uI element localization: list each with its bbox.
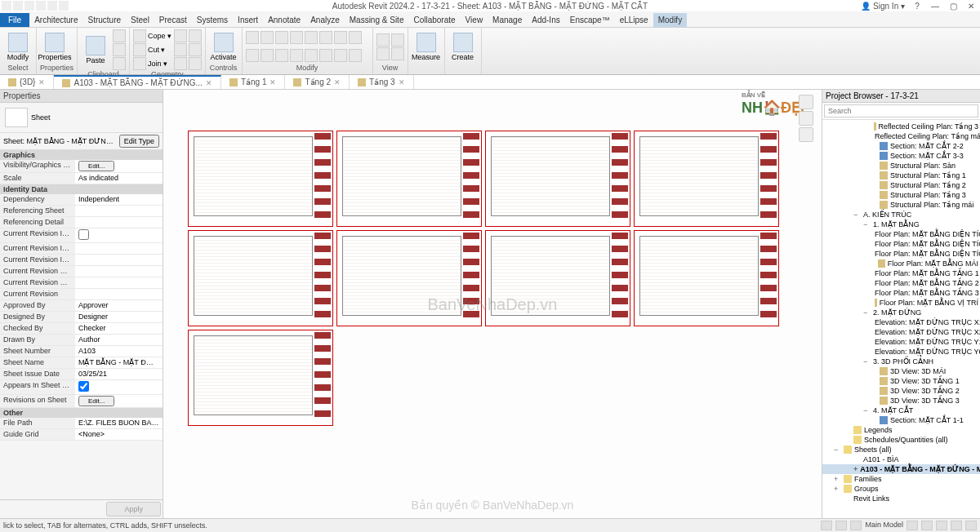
geo-icon[interactable]	[189, 29, 202, 42]
tree-item[interactable]: −4. MẶT CẮT	[822, 406, 980, 415]
ribbon-tab-systems[interactable]: Systems	[192, 13, 233, 27]
qat-icon[interactable]	[59, 1, 69, 11]
viewport[interactable]	[634, 230, 779, 326]
ribbon-tab-view[interactable]: View	[461, 13, 488, 27]
mod-icon[interactable]	[290, 31, 303, 44]
status-icon[interactable]	[951, 521, 962, 530]
property-row[interactable]: Current Revision Issued To	[0, 255, 163, 266]
document-tab[interactable]: Tầng 1✕	[221, 75, 286, 89]
help-icon[interactable]: ?	[911, 2, 923, 11]
tree-item[interactable]: +Groups	[822, 484, 980, 494]
status-icon[interactable]	[835, 521, 847, 530]
tree-item[interactable]: Structural Plan: Tầng 3	[822, 190, 980, 200]
instance-filter[interactable]: Sheet: MẶT BẰNG - MẶT ĐỨNG - MẶT C	[3, 137, 119, 145]
tree-item[interactable]: Reflected Ceiling Plan: Tầng mái	[822, 131, 980, 141]
tree-item[interactable]: −1. MẶT BẰNG	[822, 219, 980, 229]
tree-item[interactable]: Legends	[822, 425, 980, 435]
qat-icon[interactable]	[13, 1, 23, 11]
browser-search-input[interactable]	[824, 104, 978, 117]
measure-button[interactable]: Measure	[412, 33, 441, 61]
tree-item[interactable]: Floor Plan: MẶT BẰNG DIỆN TÍCH PHÒI	[822, 239, 980, 249]
ribbon-tab-manage[interactable]: Manage	[488, 13, 527, 27]
tree-item[interactable]: +Families	[822, 474, 980, 484]
tree-item[interactable]: Structural Plan: Tầng 1	[822, 171, 980, 180]
mod-icon[interactable]	[246, 49, 259, 62]
tree-item[interactable]: Structural Plan: Sàn	[822, 161, 980, 171]
tree-item[interactable]: −A. KIẾN TRÚC	[822, 210, 980, 219]
qat-icon[interactable]	[36, 1, 46, 11]
tree-item[interactable]: 3D View: 3D TẦNG 2	[822, 386, 980, 396]
cut-clip-button[interactable]	[113, 29, 126, 42]
mod-icon[interactable]	[246, 31, 259, 44]
tree-item[interactable]: Elevation: MẶT ĐỨNG TRỤC X1-X2	[822, 317, 980, 327]
mod-icon[interactable]	[334, 49, 347, 62]
status-icon[interactable]	[921, 521, 933, 530]
copy-clip-button[interactable]	[113, 43, 126, 56]
property-row[interactable]: Current Revision	[0, 289, 163, 300]
property-row[interactable]: Sheet Issue Date03/25/21	[0, 369, 163, 380]
type-selector[interactable]: Sheet	[0, 103, 163, 133]
property-row[interactable]: Guide Grid<None>	[0, 429, 163, 441]
status-icon[interactable]	[936, 521, 947, 530]
tree-item[interactable]: −Sheets (all)	[822, 445, 980, 454]
ribbon-tab-collaborate[interactable]: Collaborate	[408, 13, 460, 27]
tree-item[interactable]: Elevation: MẶT ĐỨNG TRỤC X2-X1	[822, 327, 980, 337]
mod-icon[interactable]	[305, 49, 318, 62]
view-icon[interactable]	[376, 33, 390, 47]
viewport[interactable]	[485, 131, 630, 227]
tree-item[interactable]: Section: MẶT CẮT 1-1	[822, 415, 980, 425]
property-row[interactable]: Current Revision Date	[0, 266, 163, 277]
tree-item[interactable]: 3D View: 3D TẦNG 1	[822, 376, 980, 386]
viewport[interactable]	[336, 131, 482, 227]
match-button[interactable]	[113, 57, 126, 70]
status-icon[interactable]	[850, 521, 862, 530]
tree-item[interactable]: Reflected Ceiling Plan: Tầng 3	[822, 122, 980, 131]
status-icon[interactable]	[821, 521, 832, 530]
ribbon-tab-steel[interactable]: Steel	[126, 13, 154, 27]
view-icon[interactable]	[391, 33, 404, 47]
property-row[interactable]: Appears In Sheet List	[0, 380, 163, 395]
create-button[interactable]: Create	[448, 33, 478, 61]
qat-icon[interactable]	[2, 1, 11, 11]
viewport[interactable]	[336, 230, 482, 326]
viewport[interactable]	[188, 330, 333, 426]
tree-item[interactable]: Schedules/Quantities (all)	[822, 435, 980, 445]
document-tab[interactable]: Tầng 3✕	[350, 75, 414, 89]
geo-icon[interactable]	[174, 57, 187, 70]
ribbon-tab-structure[interactable]: Structure	[82, 13, 126, 27]
ribbon-tab-insert[interactable]: Insert	[233, 13, 263, 27]
mod-icon[interactable]	[305, 31, 318, 44]
view-icon[interactable]	[376, 47, 390, 60]
steering-icon[interactable]	[799, 127, 813, 142]
min-button[interactable]: —	[929, 2, 941, 11]
tree-item[interactable]: Elevation: MẶT ĐỨNG TRỤC Y6-Y1	[822, 347, 980, 357]
max-button[interactable]: ▢	[947, 2, 959, 11]
mod-icon[interactable]	[349, 31, 362, 44]
tree-item[interactable]: Floor Plan: MẶT BẰNG TẦNG 2	[822, 278, 980, 288]
property-row[interactable]: Sheet NameMẶT BẰNG - MẶT ĐỨNG -...	[0, 357, 163, 369]
prop-checkbox[interactable]	[78, 229, 89, 240]
tree-item[interactable]: 3D View: 3D MÁI	[822, 366, 980, 376]
document-tab[interactable]: Tầng 2✕	[285, 75, 350, 89]
mod-icon[interactable]	[275, 31, 288, 44]
document-tab[interactable]: A103 - MẶT BẰNG - MẶT ĐỨNG...✕	[54, 75, 220, 89]
tree-item[interactable]: Floor Plan: MẶT BẰNG DIỆN TÍCH PHÒI	[822, 229, 980, 239]
mod-icon[interactable]	[275, 49, 288, 62]
tree-item[interactable]: Floor Plan: MẶT BẰNG TẦNG 3	[822, 288, 980, 298]
property-row[interactable]: Revisions on SheetEdit...	[0, 395, 163, 408]
tree-item[interactable]: +A103 - MẶT BẰNG - MẶT ĐỨNG - MẶT CẮT	[822, 464, 980, 474]
mod-icon[interactable]	[334, 31, 347, 44]
property-row[interactable]: Referencing Detail	[0, 217, 163, 228]
prop-checkbox[interactable]	[78, 381, 89, 392]
viewport[interactable]	[188, 131, 333, 227]
tree-item[interactable]: Section: MẶT CẮT 2-2	[822, 141, 980, 151]
mod-icon[interactable]	[319, 31, 332, 44]
tree-item[interactable]: Floor Plan: MẶT BẰNG TẦNG 1	[822, 268, 980, 278]
close-button[interactable]: ✕	[965, 2, 977, 11]
tree-item[interactable]: Structural Plan: Tầng 2	[822, 180, 980, 190]
property-row[interactable]: Sheet NumberA103	[0, 346, 163, 357]
tree-item[interactable]: Structural Plan: Tầng mái	[822, 200, 980, 210]
status-icon[interactable]	[906, 521, 918, 530]
apply-button[interactable]: Apply	[106, 502, 161, 516]
document-tab[interactable]: {3D}✕	[0, 75, 54, 89]
